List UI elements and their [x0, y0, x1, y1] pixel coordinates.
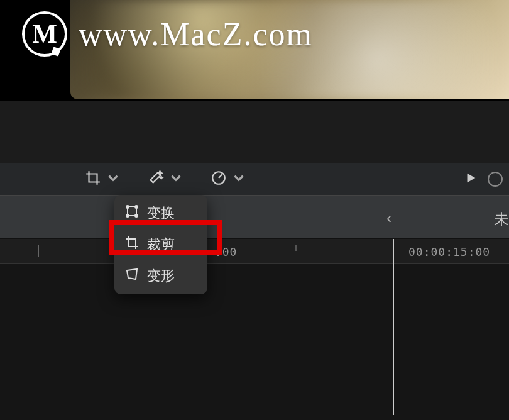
menu-item-label: 变形: [147, 267, 175, 285]
transform-dropdown-menu: 变换 裁剪 变形: [114, 195, 207, 294]
menu-item-crop[interactable]: 裁剪: [114, 229, 207, 260]
svg-point-3: [135, 206, 138, 208]
timeline-back-button[interactable]: ‹: [386, 209, 391, 227]
ruler-tick: [38, 245, 39, 257]
menu-item-distort[interactable]: 变形: [114, 260, 207, 292]
timeline-ruler[interactable]: ›:00 00:00:15:00: [0, 239, 509, 264]
watermark-text: www.MacZ.com: [79, 16, 313, 53]
ruler-tick: [295, 245, 297, 251]
crop-icon: [85, 170, 101, 189]
preview-spacer: [0, 101, 509, 163]
svg-point-4: [126, 214, 129, 217]
viewer-toolbar: [0, 163, 509, 195]
play-button[interactable]: [464, 171, 478, 187]
retiming-tool-button[interactable]: [211, 170, 247, 189]
crop-icon: [124, 235, 140, 254]
timeline-tracks[interactable]: [0, 264, 509, 420]
svg-point-2: [126, 206, 129, 208]
ruler-time-label: 00:00:15:00: [408, 245, 490, 258]
chevron-down-icon: [168, 170, 184, 189]
timeline-title: 未: [494, 209, 509, 229]
svg-point-5: [135, 214, 138, 217]
watermark-logo-letter: M: [32, 19, 57, 49]
magic-wand-icon: [148, 170, 164, 189]
timeline-header: ‹ 未: [0, 195, 509, 239]
enhance-tool-button[interactable]: [148, 170, 184, 189]
menu-item-label: 裁剪: [147, 235, 175, 254]
ruler-time-label: ›:00: [207, 245, 237, 258]
playhead[interactable]: [393, 239, 394, 415]
chevron-down-icon: [105, 170, 121, 189]
menu-item-label: 变换: [147, 204, 175, 223]
loop-button[interactable]: [488, 172, 503, 187]
distort-icon: [124, 267, 140, 285]
menu-item-transform[interactable]: 变换: [114, 197, 207, 229]
speedometer-icon: [211, 170, 227, 189]
watermark: M www.MacZ.com: [22, 11, 313, 57]
transform-tool-button[interactable]: [85, 170, 121, 189]
watermark-logo-icon: M: [22, 11, 67, 57]
chevron-down-icon: [231, 170, 247, 189]
transform-handles-icon: [124, 204, 140, 223]
